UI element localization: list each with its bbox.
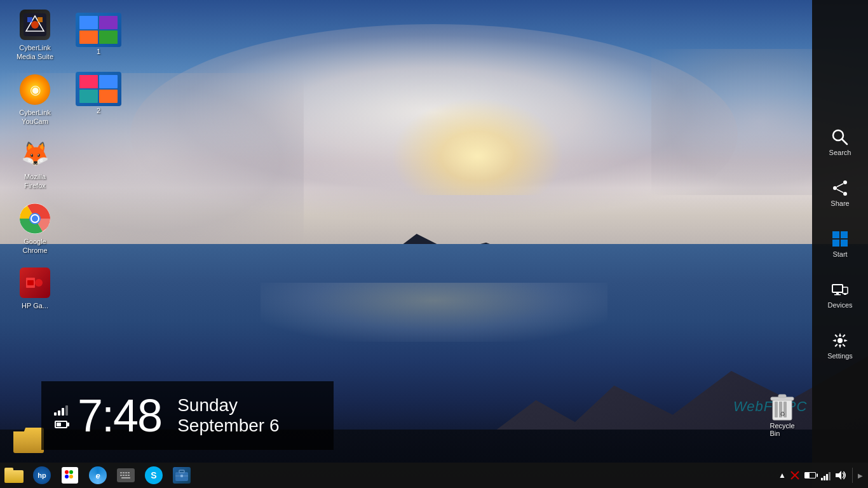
svg-rect-48 — [123, 475, 125, 476]
svg-point-8 — [32, 215, 38, 222]
thumb-cell-8 — [99, 90, 118, 103]
svg-rect-27 — [832, 231, 839, 238]
clock-day: Sunday — [177, 395, 279, 416]
clock-signals — [54, 403, 68, 428]
share-icon — [831, 179, 849, 197]
charm-settings[interactable]: Settings — [812, 320, 868, 371]
chrome-icon — [20, 203, 50, 234]
taskbar-icon-keyboard[interactable] — [112, 463, 140, 488]
svg-rect-11 — [27, 280, 34, 285]
svg-rect-43 — [120, 472, 122, 473]
charm-settings-label: Settings — [827, 352, 853, 360]
volume-icon — [835, 470, 846, 480]
svg-point-36 — [837, 338, 843, 343]
charm-share[interactable]: Share — [812, 168, 868, 219]
devices-icon — [831, 281, 849, 299]
desktop-icon-firefox[interactable]: 🦊 MozillaFirefox — [10, 139, 60, 191]
hp-logo: hp — [37, 471, 46, 479]
svg-rect-50 — [128, 475, 130, 476]
svg-point-23 — [833, 186, 837, 190]
cyberlink-ms-icon — [20, 10, 50, 40]
briefcase-svg — [175, 469, 189, 482]
taskbar-icon-ie[interactable]: e — [84, 463, 112, 488]
cyberlink-ms-svg — [24, 13, 46, 36]
ie-taskbar-icon: e — [89, 466, 107, 484]
svg-rect-28 — [841, 231, 848, 238]
hp-games-icon — [20, 268, 50, 298]
taskbar-icon-paint[interactable] — [56, 463, 84, 488]
desktop-icon-chrome[interactable]: GoogleChrome — [10, 203, 60, 255]
svg-rect-29 — [832, 240, 839, 247]
svg-point-22 — [843, 180, 847, 184]
folder-taskbar-icon — [4, 468, 24, 483]
search-icon — [831, 128, 849, 146]
svg-line-25 — [837, 184, 843, 187]
water-shine — [261, 283, 607, 341]
youcam-img — [20, 74, 50, 105]
thumb-cell-7 — [79, 90, 98, 103]
tray-divider — [852, 468, 853, 483]
desktop-icon-recycle-bin[interactable]: ♻ RecycleBin — [760, 391, 804, 437]
firefox-icon: 🦊 — [20, 139, 50, 169]
tray-expand-arrow[interactable]: ▲ — [778, 471, 786, 480]
taskbar: hp e — [0, 463, 868, 488]
desktop-icons-col1: CyberLink Media Suite CyberLinkYouCam 🦊 … — [0, 0, 70, 333]
tray-signal[interactable] — [819, 469, 832, 482]
svg-rect-30 — [841, 240, 848, 247]
chrome-svg — [20, 203, 50, 234]
folder2-icon — [76, 72, 121, 106]
charm-search[interactable]: Search — [812, 117, 868, 168]
clock-date: Sunday September 6 — [177, 395, 279, 436]
svg-rect-49 — [125, 475, 127, 476]
hp-taskbar-icon: hp — [33, 466, 51, 484]
skype-taskbar-icon: S — [145, 466, 163, 484]
hp-games-label: HP Ga... — [22, 301, 48, 310]
recycle-bin-svg: ♻ — [770, 392, 795, 421]
folder2-label: 2 — [97, 106, 100, 115]
tray-volume[interactable] — [834, 469, 847, 482]
tray-icon-notification[interactable] — [789, 469, 801, 482]
charms-bar: Search Share Start Devices — [812, 0, 868, 488]
desktop-icon-cyberlink-ms[interactable]: CyberLink Media Suite — [10, 10, 60, 62]
tray-battery[interactable] — [804, 469, 817, 482]
desktop-icon-folder2[interactable]: 2 — [70, 72, 127, 115]
taskbar-icon-briefcase[interactable] — [168, 463, 196, 488]
signal-bar-s1 — [821, 478, 823, 480]
sys-battery-icon — [804, 472, 816, 478]
keyboard-svg — [119, 470, 133, 480]
briefcase-taskbar-icon — [173, 467, 191, 484]
signal-bar-2 — [58, 410, 60, 416]
sun-glow — [391, 98, 564, 196]
svg-line-26 — [837, 189, 843, 193]
cyberlink-ms-label: CyberLink Media Suite — [10, 43, 60, 62]
svg-point-39 — [69, 470, 73, 474]
folder1-icon — [76, 13, 121, 47]
svg-rect-45 — [125, 472, 127, 473]
start-icon — [831, 230, 849, 248]
sys-battery-level — [805, 473, 810, 478]
svg-marker-58 — [836, 471, 841, 480]
desktop-icon-folder1[interactable]: 1 — [70, 13, 127, 56]
firefox-label: MozillaFirefox — [24, 172, 46, 191]
taskbar-icon-skype[interactable]: S — [140, 463, 168, 488]
thumb-cell-3 — [79, 30, 98, 44]
recycle-bin-label: RecycleBin — [770, 422, 794, 437]
svg-rect-35 — [844, 294, 846, 295]
charm-start[interactable]: Start — [812, 219, 868, 269]
charm-devices[interactable]: Devices — [812, 269, 868, 320]
desktop-icon-hp-games[interactable]: HP Ga... — [10, 268, 60, 310]
taskbar-icon-hp[interactable]: hp — [28, 463, 56, 488]
svg-rect-53 — [179, 470, 184, 473]
signal-bar-s2 — [824, 476, 825, 480]
svg-point-41 — [69, 475, 73, 478]
svg-line-21 — [842, 139, 847, 144]
tray-more[interactable]: ▶ — [858, 472, 863, 479]
signal-bars — [54, 403, 68, 416]
svg-rect-46 — [128, 472, 130, 473]
desktop-icon-youcam[interactable]: CyberLinkYouCam — [10, 74, 60, 126]
taskbar-icon-folder[interactable] — [0, 463, 28, 488]
recycle-bin-icon: ♻ — [769, 391, 796, 422]
thumb-cell-4 — [99, 30, 118, 44]
svg-rect-18 — [778, 395, 786, 398]
signal-bar-4 — [65, 405, 68, 416]
